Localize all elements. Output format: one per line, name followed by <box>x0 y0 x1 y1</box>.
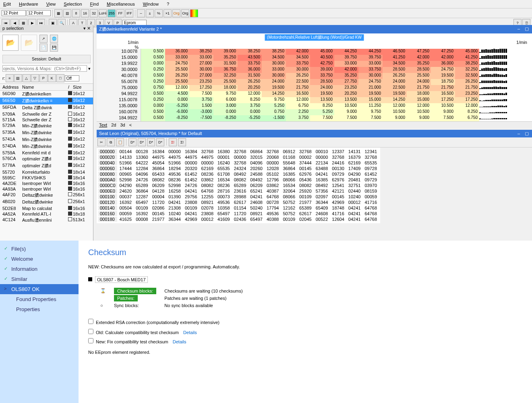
cb-new[interactable]: New: Fix compatibility test checksum <box>88 339 168 344</box>
tb-grid1-icon[interactable]: ▦ <box>54 9 62 17</box>
hex-d4-icon[interactable]: D* <box>156 138 164 146</box>
win-min-icon[interactable]: – <box>516 26 522 32</box>
map-data-row[interactable]: 115.00780.2500.0003.7506.0008.2509.75012… <box>97 97 532 103</box>
map-list-row[interactable]: 5709ASchwelle der Z16x12 <box>0 111 93 117</box>
map-list-row[interactable]: 4C124Ausflu遭ennlini513x1 <box>0 217 93 224</box>
flt-btn2[interactable]: ▤ <box>14 74 22 82</box>
hex-sigma2-icon[interactable]: Σ! <box>178 138 186 146</box>
open2-button[interactable]: 📂 <box>21 35 37 51</box>
menu-help[interactable]: ? <box>165 1 171 7</box>
nav-found-properties[interactable]: Found Properties <box>0 294 79 304</box>
hex-sigma-icon[interactable]: Σ! <box>169 138 177 146</box>
win-max-icon[interactable]: ▢ <box>524 26 530 32</box>
nav-similar[interactable]: Similar <box>0 274 79 284</box>
hex-row[interactable]: 0000000014400128163840000016384327681638… <box>98 149 379 154</box>
menu-hardware[interactable]: Hardware <box>17 1 40 7</box>
menu-edit[interactable]: Edit <box>2 1 12 7</box>
tb-dash-icon[interactable]: – <box>137 9 145 17</box>
flt-btn6[interactable]: K <box>48 74 56 82</box>
map-list-row[interactable]: 5729AMin-Z膿dwinke16x12 <box>0 123 93 129</box>
flt-btn5[interactable]: P <box>39 74 48 82</box>
map-list-row[interactable]: 5D2E8Map to calculat16x16 <box>0 206 93 211</box>
menu-window[interactable]: Window <box>141 1 160 7</box>
map-data-grid[interactable]: 10.00780.50036.00038.25039.00038.25038.2… <box>97 49 532 121</box>
tb-iff-icon[interactable]: IFF <box>125 9 133 17</box>
map-list-row[interactable]: 56FDADelta Z膿dwink16x12 <box>0 104 93 111</box>
hex-row[interactable]: 0000800096504096654334953661452082366170… <box>98 172 379 177</box>
map-list-row[interactable]: 4A2DEIsentroper Wirl16x16 <box>0 181 93 186</box>
hex-row[interactable]: 0001600005916392001451024004241238086549… <box>98 211 379 216</box>
tb-plusminus-icon[interactable]: ± <box>146 9 154 17</box>
filter-input[interactable] <box>2 65 87 72</box>
menu-misc[interactable]: Miscellaneous <box>105 1 137 7</box>
menu-find[interactable]: Find <box>89 1 100 7</box>
map-list-row[interactable]: 4B020Deltaz膿dwinke256x1 <box>0 199 93 206</box>
nav-properties[interactable]: Properties <box>0 304 79 314</box>
map-data-row[interactable]: 160.00780.500-6.000-3.0000.0000.0000.750… <box>97 109 532 115</box>
mini-out-icon[interactable]: ↗ <box>39 35 48 43</box>
col-address[interactable]: Address <box>0 85 22 89</box>
mini-globe-icon[interactable]: 🌐 <box>50 35 58 43</box>
menu-view[interactable]: View <box>45 1 58 7</box>
map-list-row[interactable]: 5741AMin-Z膿dwinke16x12 <box>0 136 93 143</box>
filter-dropdown-icon[interactable]: ▾ <box>88 66 91 71</box>
flt-btn1[interactable]: ≡ <box>6 74 14 82</box>
nav-welcome[interactable]: Welcome <box>0 254 79 264</box>
hex-cut-icon[interactable]: ✂ <box>97 138 106 146</box>
map-list-row[interactable]: 4AF20Deltaz膿dwinke256x1 <box>0 192 93 199</box>
tb-grid2-icon[interactable]: ▥ <box>63 9 71 17</box>
tab-lt[interactable]: < <box>129 123 132 127</box>
details-old-link[interactable]: Details <box>183 330 197 335</box>
combo-point2[interactable]: 12 Point <box>27 10 51 16</box>
map-window-titlebar[interactable]: Z膿dwinkelkennfeld Variante 2 * – ▢ <box>97 25 532 33</box>
tab-3d[interactable]: 3d <box>120 123 125 127</box>
hex-copy-icon[interactable]: ⧉ <box>107 138 115 146</box>
hex-paste-icon[interactable]: 📋 <box>116 138 124 146</box>
tab-text[interactable]: Text <box>99 123 107 127</box>
panel-close-icon[interactable]: ✕ <box>87 26 91 31</box>
hex-d1-icon[interactable]: D* <box>128 138 137 146</box>
map-data-row[interactable]: 15.00000.50033.00033.00035.25043.50034.5… <box>97 55 532 61</box>
tab-2d[interactable]: 2d <box>111 123 116 127</box>
hex-window-titlebar[interactable]: Seat Leon (Original), 505704, Hexdump * … <box>97 130 532 137</box>
map-data-row[interactable]: 55.00780.25025.50023.25025.50026.25024.0… <box>97 79 532 85</box>
map-list-row[interactable]: 4A52AKennfeld ATL-I18x18 <box>0 211 93 217</box>
flt-off[interactable]: Off <box>65 75 79 81</box>
map-data-row[interactable]: 30.00000.25025.50030.00036.75036.00033.0… <box>97 67 532 73</box>
nav-ols807-ok[interactable]: OLS807 OK <box>0 284 79 294</box>
tb-16-icon[interactable]: 16 <box>81 9 89 17</box>
hex-row[interactable]: 0001201639265497117200424123808089214953… <box>98 200 379 205</box>
map-list-row[interactable]: 56D90Z膿dwinkelken16x12 <box>0 91 93 98</box>
tb-ff-icon[interactable]: FF <box>116 9 124 17</box>
tb-lohi-icon[interactable]: LoHi <box>99 9 107 17</box>
tb-x1-icon[interactable]: ×1 <box>164 9 172 17</box>
hexdump-grid[interactable]: 0000000014400128163840000016384327681638… <box>97 147 380 223</box>
open-project-button[interactable]: 📂 <box>2 35 19 51</box>
hex-row[interactable]: 0000A05299824726080820823661452038621653… <box>98 177 379 182</box>
flt-btn4[interactable]: ▽ <box>31 74 39 82</box>
map-list-row[interactable]: 5778Aoptimaler Z膿d16x12 <box>0 162 93 169</box>
map-list-row[interactable]: 5595CFKKVSHKS18x14 <box>0 175 93 181</box>
hex-row[interactable]: 0000201413313360449754497544975449750000… <box>98 155 379 160</box>
cb-old[interactable]: Old: Calculate compatibility test checks… <box>88 330 179 335</box>
flt-btn7[interactable]: □ <box>56 74 64 82</box>
map-data-row[interactable]: 40.00780.50026.25027.00032.25031.50030.0… <box>97 73 532 79</box>
map-list-row[interactable]: 4A93AIsentroper Wirl16x16 <box>0 186 93 192</box>
hex-d3-icon[interactable]: D* <box>147 138 155 146</box>
map-list-row[interactable]: 56E50Z膿dwinkelkn =16x12 <box>0 98 93 104</box>
map-list[interactable]: 56D90Z膿dwinkelken16x1256E50Z膿dwinkelkn =… <box>0 91 93 224</box>
hex-row[interactable]: 0000E02462036864041281625804241647682871… <box>98 189 379 193</box>
tb-255-icon[interactable]: 255 <box>108 9 116 17</box>
mini-doc-icon[interactable]: 📄 <box>39 44 48 52</box>
hex-row[interactable]: 0000405196664222450545196600000000001624… <box>98 160 379 165</box>
hex-row[interactable]: 0000601744412284368641829420320621696553… <box>98 166 379 171</box>
map-data-row[interactable]: 10.00780.50036.00038.25039.00038.25038.2… <box>97 49 532 55</box>
map-data-row[interactable]: 184.99220.500-8.250-7.500-8.250-5.250-1.… <box>97 115 532 121</box>
col-name[interactable]: Name <box>22 85 68 89</box>
map-data-row[interactable]: 75.00000.75012.00017.25018.00020.25019.5… <box>97 85 532 91</box>
map-list-row[interactable]: 576CAoptimaler Z膿d16x12 <box>0 156 93 162</box>
tb-32-icon[interactable]: 32 <box>90 9 98 17</box>
hex-row[interactable]: 0001000003712287000040139029756122550007… <box>98 194 379 199</box>
col-size[interactable]: Size <box>73 85 93 89</box>
cb-rsa[interactable]: Extended RSA correction (computationally… <box>88 320 219 325</box>
